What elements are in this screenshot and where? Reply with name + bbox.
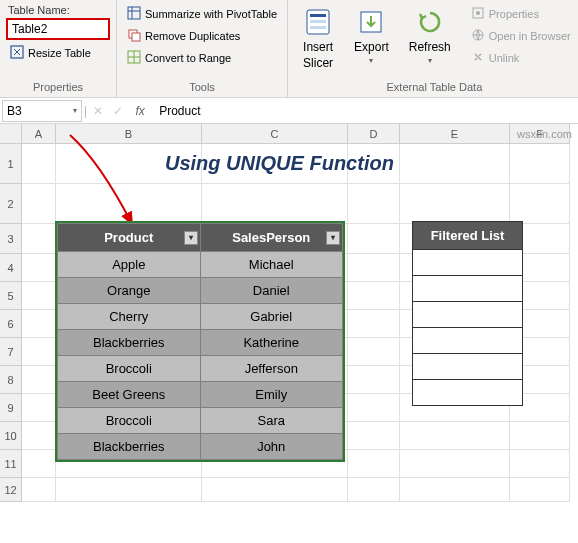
cell[interactable]	[348, 224, 400, 254]
cell[interactable]	[400, 184, 510, 224]
table-cell[interactable]: Apple	[58, 252, 201, 278]
cell[interactable]	[22, 254, 56, 282]
filter-dropdown-button[interactable]: ▾	[184, 231, 198, 245]
convert-range-label: Convert to Range	[145, 52, 231, 64]
filtered-cell[interactable]	[413, 250, 523, 276]
convert-to-range-button[interactable]: Convert to Range	[123, 48, 281, 68]
cell[interactable]	[348, 366, 400, 394]
row-header[interactable]: 9	[0, 394, 22, 422]
svg-rect-10	[310, 14, 326, 17]
cell[interactable]	[56, 478, 202, 502]
cell[interactable]	[22, 224, 56, 254]
table-cell[interactable]: Beet Greens	[58, 382, 201, 408]
cell[interactable]	[202, 478, 348, 502]
name-box[interactable]: B3 ▾	[2, 100, 82, 122]
row-header[interactable]: 11	[0, 450, 22, 478]
cell[interactable]	[22, 144, 56, 184]
cell[interactable]	[348, 254, 400, 282]
cell[interactable]	[22, 338, 56, 366]
row-header[interactable]: 6	[0, 310, 22, 338]
cell[interactable]	[510, 450, 570, 478]
properties-label: Properties	[489, 8, 539, 20]
filtered-cell[interactable]	[413, 302, 523, 328]
cell[interactable]	[510, 422, 570, 450]
table-cell[interactable]: Emily	[200, 382, 343, 408]
column-header[interactable]: E	[400, 124, 510, 144]
cell[interactable]	[348, 184, 400, 224]
cell[interactable]	[348, 338, 400, 366]
table-cell[interactable]: Jefferson	[200, 356, 343, 382]
export-label: Export	[354, 40, 389, 54]
select-all-corner[interactable]	[0, 124, 22, 144]
table-cell[interactable]: Daniel	[200, 278, 343, 304]
cell[interactable]	[400, 144, 510, 184]
cell[interactable]	[22, 478, 56, 502]
table-name-input[interactable]	[6, 18, 110, 40]
table-cell[interactable]: Blackberries	[58, 330, 201, 356]
export-button[interactable]: Export ▾	[346, 4, 397, 67]
svg-point-15	[476, 11, 480, 15]
row-header[interactable]: 12	[0, 478, 22, 502]
filtered-cell[interactable]	[413, 328, 523, 354]
cell[interactable]	[22, 422, 56, 450]
spreadsheet-grid[interactable]: ABCDEF 123456789101112 Using UNIQUE Func…	[0, 124, 578, 144]
cell[interactable]	[22, 184, 56, 224]
table-cell[interactable]: Broccoli	[58, 356, 201, 382]
refresh-button[interactable]: Refresh ▾	[401, 4, 459, 67]
filtered-cell[interactable]	[413, 380, 523, 406]
row-header[interactable]: 8	[0, 366, 22, 394]
table-cell[interactable]: Sara	[200, 408, 343, 434]
insert-slicer-button[interactable]: Insert Slicer	[294, 4, 342, 72]
cell[interactable]	[510, 144, 570, 184]
remove-duplicates-button[interactable]: Remove Duplicates	[123, 26, 281, 46]
table-cell[interactable]: Orange	[58, 278, 201, 304]
cell[interactable]	[348, 282, 400, 310]
table-cell[interactable]: Cherry	[58, 304, 201, 330]
row-header[interactable]: 4	[0, 254, 22, 282]
cell[interactable]	[348, 394, 400, 422]
separator: |	[84, 104, 87, 118]
cell[interactable]	[400, 422, 510, 450]
cell[interactable]	[348, 450, 400, 478]
resize-table-button[interactable]: Resize Table	[6, 43, 110, 63]
table-cell[interactable]: John	[200, 434, 343, 460]
column-header[interactable]: C	[202, 124, 348, 144]
row-header[interactable]: 7	[0, 338, 22, 366]
filtered-cell[interactable]	[413, 354, 523, 380]
properties-button[interactable]: Properties	[467, 4, 575, 24]
cell[interactable]	[56, 184, 202, 224]
table-cell[interactable]: Michael	[200, 252, 343, 278]
cell[interactable]	[400, 478, 510, 502]
column-header[interactable]: B	[56, 124, 202, 144]
row-header[interactable]: 5	[0, 282, 22, 310]
cell[interactable]	[510, 184, 570, 224]
row-header[interactable]: 1	[0, 144, 22, 184]
row-header[interactable]: 2	[0, 184, 22, 224]
formula-input[interactable]: Product	[153, 104, 576, 118]
table-cell[interactable]: Broccoli	[58, 408, 201, 434]
cell[interactable]	[510, 478, 570, 502]
fx-button[interactable]: fx	[129, 104, 151, 118]
unlink-button[interactable]: Unlink	[467, 48, 575, 68]
table-cell[interactable]: Gabriel	[200, 304, 343, 330]
cell[interactable]	[348, 422, 400, 450]
column-header[interactable]: A	[22, 124, 56, 144]
filtered-cell[interactable]	[413, 276, 523, 302]
row-header[interactable]: 10	[0, 422, 22, 450]
table-cell[interactable]: Katherine	[200, 330, 343, 356]
row-header[interactable]: 3	[0, 224, 22, 254]
cell[interactable]	[400, 450, 510, 478]
cell[interactable]	[22, 282, 56, 310]
cell[interactable]	[22, 366, 56, 394]
cell[interactable]	[348, 310, 400, 338]
summarize-pivottable-button[interactable]: Summarize with PivotTable	[123, 4, 281, 24]
table-cell[interactable]: Blackberries	[58, 434, 201, 460]
cell[interactable]	[22, 310, 56, 338]
cell[interactable]	[202, 184, 348, 224]
column-header[interactable]: D	[348, 124, 400, 144]
cell[interactable]	[22, 394, 56, 422]
cell[interactable]	[22, 450, 56, 478]
open-in-browser-button[interactable]: Open in Browser	[467, 26, 575, 46]
filter-dropdown-button[interactable]: ▾	[326, 231, 340, 245]
cell[interactable]	[348, 478, 400, 502]
